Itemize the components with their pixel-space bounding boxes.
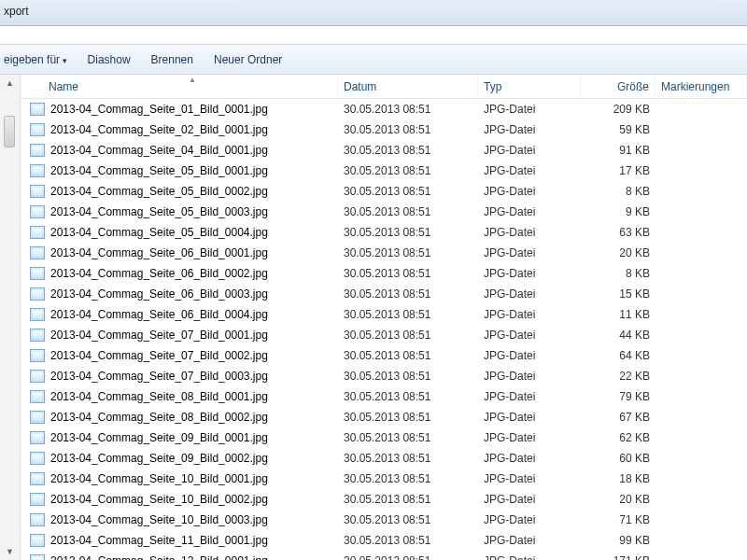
- file-name: 2013-04_Commag_Seite_07_Bild_0001.jpg: [50, 329, 268, 342]
- file-type: JPG-Datei: [478, 534, 581, 547]
- file-row[interactable]: 2013-04_Commag_Seite_06_Bild_0001.jpg30.…: [21, 243, 747, 263]
- burn-button[interactable]: Brennen: [151, 53, 193, 66]
- file-row[interactable]: 2013-04_Commag_Seite_06_Bild_0003.jpg30.…: [21, 284, 747, 304]
- column-type[interactable]: Typ: [478, 75, 581, 98]
- file-name: 2013-04_Commag_Seite_07_Bild_0003.jpg: [50, 370, 268, 383]
- file-type: JPG-Datei: [478, 329, 581, 342]
- file-type: JPG-Datei: [478, 164, 581, 177]
- image-file-icon: [30, 164, 45, 177]
- column-headers: Name ▲ Datum Typ Größe Markierungen: [21, 75, 747, 99]
- column-size[interactable]: Größe: [581, 75, 655, 98]
- file-type: JPG-Datei: [478, 123, 581, 136]
- file-name: 2013-04_Commag_Seite_09_Bild_0002.jpg: [50, 452, 268, 465]
- image-file-icon: [30, 329, 45, 342]
- share-button[interactable]: eigeben für: [4, 53, 67, 66]
- file-row[interactable]: 2013-04_Commag_Seite_07_Bild_0002.jpg30.…: [21, 345, 747, 366]
- file-type: JPG-Datei: [478, 246, 581, 259]
- file-row[interactable]: 2013-04_Commag_Seite_05_Bild_0002.jpg30.…: [21, 181, 747, 202]
- file-row[interactable]: 2013-04_Commag_Seite_08_Bild_0001.jpg30.…: [21, 386, 747, 407]
- file-row[interactable]: 2013-04_Commag_Seite_01_Bild_0001.jpg30.…: [21, 99, 747, 119]
- file-type: JPG-Datei: [478, 411, 581, 424]
- address-strip[interactable]: [0, 26, 747, 45]
- image-file-icon: [30, 513, 45, 526]
- image-file-icon: [30, 554, 45, 560]
- nav-pane-scrollbar[interactable]: ▲ ▼: [0, 75, 21, 560]
- file-row[interactable]: 2013-04_Commag_Seite_10_Bild_0003.jpg30.…: [21, 510, 747, 530]
- file-row[interactable]: 2013-04_Commag_Seite_08_Bild_0002.jpg30.…: [21, 407, 747, 427]
- file-name: 2013-04_Commag_Seite_06_Bild_0002.jpg: [50, 267, 268, 280]
- file-type: JPG-Datei: [478, 472, 581, 485]
- file-date: 30.05.2013 08:51: [338, 452, 478, 465]
- file-name: 2013-04_Commag_Seite_11_Bild_0001.jpg: [50, 534, 268, 547]
- file-size: 8 KB: [581, 267, 655, 280]
- file-date: 30.05.2013 08:51: [338, 226, 478, 239]
- file-size: 67 KB: [581, 411, 655, 424]
- file-type: JPG-Datei: [478, 308, 581, 321]
- file-type: JPG-Datei: [478, 493, 581, 506]
- file-type: JPG-Datei: [478, 185, 581, 198]
- newfolder-button[interactable]: Neuer Ordner: [214, 53, 282, 66]
- image-file-icon: [30, 472, 45, 485]
- file-type: JPG-Datei: [478, 226, 581, 239]
- file-row[interactable]: 2013-04_Commag_Seite_06_Bild_0002.jpg30.…: [21, 263, 747, 284]
- file-row[interactable]: 2013-04_Commag_Seite_09_Bild_0001.jpg30.…: [21, 427, 747, 448]
- file-row[interactable]: 2013-04_Commag_Seite_06_Bild_0004.jpg30.…: [21, 304, 747, 325]
- file-row[interactable]: 2013-04_Commag_Seite_11_Bild_0001.jpg30.…: [21, 530, 747, 551]
- column-tags[interactable]: Markierungen: [655, 75, 747, 98]
- file-size: 9 KB: [581, 205, 655, 218]
- file-date: 30.05.2013 08:51: [338, 205, 478, 218]
- image-file-icon: [30, 287, 45, 301]
- file-size: 20 KB: [581, 493, 655, 506]
- file-type: JPG-Datei: [478, 513, 581, 526]
- file-size: 64 KB: [581, 349, 655, 362]
- file-row[interactable]: 2013-04_Commag_Seite_02_Bild_0001.jpg30.…: [21, 119, 747, 140]
- scroll-thumb[interactable]: [4, 116, 15, 147]
- file-date: 30.05.2013 08:51: [338, 554, 478, 560]
- file-size: 22 KB: [581, 370, 655, 383]
- file-name: 2013-04_Commag_Seite_08_Bild_0001.jpg: [50, 390, 268, 403]
- file-date: 30.05.2013 08:51: [338, 144, 478, 157]
- file-name: 2013-04_Commag_Seite_01_Bild_0001.jpg: [50, 103, 268, 116]
- file-size: 11 KB: [581, 308, 655, 321]
- slideshow-button[interactable]: Diashow: [88, 53, 131, 66]
- file-size: 99 KB: [581, 534, 655, 547]
- image-file-icon: [30, 246, 45, 259]
- scroll-down-icon[interactable]: ▼: [6, 547, 14, 556]
- file-row[interactable]: 2013-04_Commag_Seite_10_Bild_0002.jpg30.…: [21, 489, 747, 510]
- file-size: 44 KB: [581, 329, 655, 342]
- image-file-icon: [30, 349, 45, 362]
- file-row[interactable]: 2013-04_Commag_Seite_10_Bild_0001.jpg30.…: [21, 469, 747, 489]
- file-row[interactable]: 2013-04_Commag_Seite_07_Bild_0001.jpg30.…: [21, 325, 747, 345]
- column-name[interactable]: Name ▲: [21, 75, 338, 98]
- file-date: 30.05.2013 08:51: [338, 349, 478, 362]
- scroll-up-icon[interactable]: ▲: [6, 78, 14, 88]
- file-name: 2013-04_Commag_Seite_10_Bild_0001.jpg: [50, 472, 268, 485]
- file-row[interactable]: 2013-04_Commag_Seite_05_Bild_0004.jpg30.…: [21, 222, 747, 243]
- file-name: 2013-04_Commag_Seite_05_Bild_0001.jpg: [50, 164, 268, 177]
- image-file-icon: [30, 144, 45, 157]
- window-title: xport: [4, 5, 29, 18]
- image-file-icon: [30, 226, 45, 239]
- file-date: 30.05.2013 08:51: [338, 472, 478, 485]
- file-row[interactable]: 2013-04_Commag_Seite_05_Bild_0003.jpg30.…: [21, 202, 747, 222]
- file-row[interactable]: 2013-04_Commag_Seite_04_Bild_0001.jpg30.…: [21, 140, 747, 161]
- file-row[interactable]: 2013-04_Commag_Seite_05_Bild_0001.jpg30.…: [21, 161, 747, 181]
- file-row[interactable]: 2013-04_Commag_Seite_12_Bild_0001.jpg30.…: [21, 551, 747, 560]
- file-type: JPG-Datei: [478, 287, 581, 301]
- file-size: 15 KB: [581, 287, 655, 301]
- window-titlebar[interactable]: xport: [0, 0, 747, 26]
- file-date: 30.05.2013 08:51: [338, 123, 478, 136]
- file-date: 30.05.2013 08:51: [338, 308, 478, 321]
- file-type: JPG-Datei: [478, 103, 581, 116]
- file-type: JPG-Datei: [478, 431, 581, 444]
- file-row[interactable]: 2013-04_Commag_Seite_07_Bild_0003.jpg30.…: [21, 366, 747, 386]
- file-date: 30.05.2013 08:51: [338, 534, 478, 547]
- file-size: 17 KB: [581, 164, 655, 177]
- file-row[interactable]: 2013-04_Commag_Seite_09_Bild_0002.jpg30.…: [21, 448, 747, 469]
- file-size: 62 KB: [581, 431, 655, 444]
- file-date: 30.05.2013 08:51: [338, 267, 478, 280]
- column-date[interactable]: Datum: [338, 75, 478, 98]
- file-name: 2013-04_Commag_Seite_12_Bild_0001.jpg: [50, 554, 268, 560]
- file-date: 30.05.2013 08:51: [338, 246, 478, 259]
- file-size: 60 KB: [581, 452, 655, 465]
